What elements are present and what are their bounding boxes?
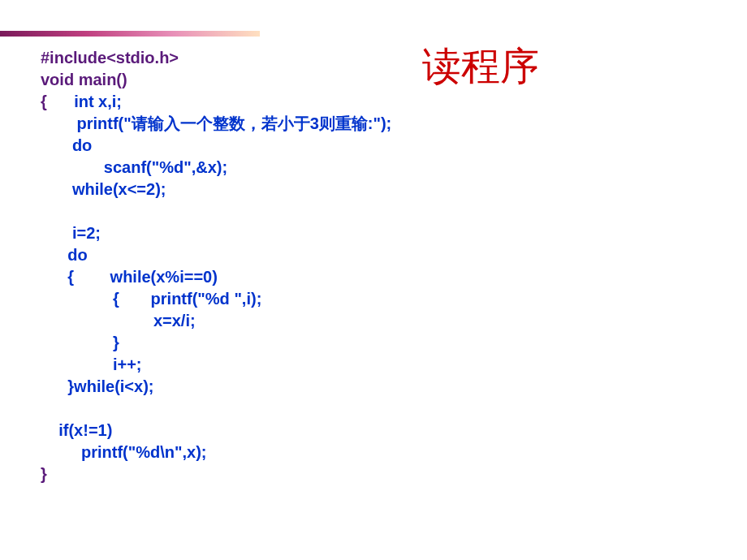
code-line-6: scanf("%d",&x);: [41, 158, 227, 176]
code-line-10: do: [41, 246, 88, 264]
code-line-15: i++;: [41, 355, 141, 373]
code-line-7: while(x<=2);: [41, 180, 166, 198]
code-line-20: }: [41, 465, 47, 483]
code-line-5: do: [41, 136, 92, 154]
code-line-4: printf("请输入一个整数，若小于3则重输:");: [41, 114, 391, 132]
code-line-19: printf("%d\n",x);: [41, 443, 207, 461]
code-line-11: { while(x%i==0): [41, 268, 218, 286]
code-line-16: }while(i<x);: [41, 377, 153, 395]
code-line-2: void main(): [41, 71, 127, 88]
code-line-3b: int x,i;: [74, 93, 122, 110]
code-line-18: if(x!=1): [41, 421, 112, 439]
slide-title: 读程序: [422, 41, 539, 93]
code-block: #include<stdio.h> void main() { int x,i;…: [41, 47, 391, 485]
code-line-12: { printf("%d ",i);: [41, 290, 261, 308]
code-line-13: x=x/i;: [41, 312, 196, 330]
gradient-header-bar: [0, 31, 260, 37]
code-line-1: #include<stdio.h>: [41, 49, 179, 67]
code-line-3a: {: [41, 93, 74, 110]
code-line-14: }: [41, 334, 119, 351]
code-line-9: i=2;: [41, 224, 101, 242]
